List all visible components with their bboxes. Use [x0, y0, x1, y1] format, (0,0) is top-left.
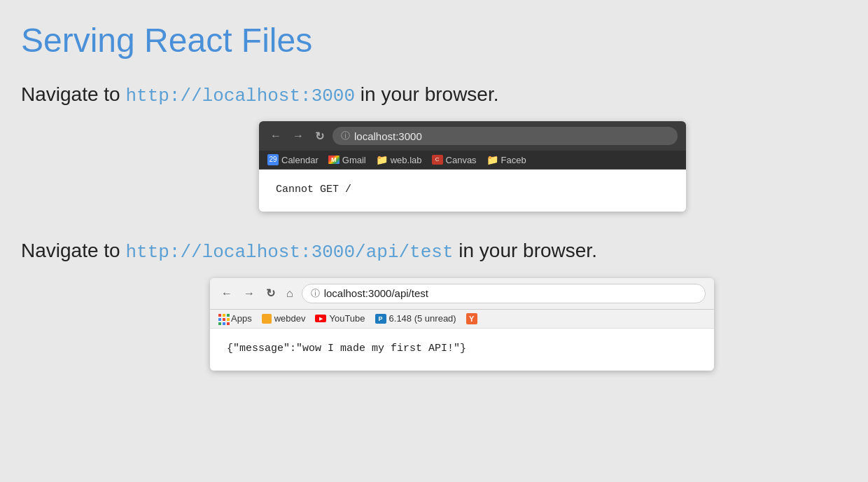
pocket-label: 6.148 (5 unread)	[389, 313, 456, 324]
info-icon-1: ⓘ	[341, 130, 350, 142]
browser-mockup-2: ← → ↻ ⌂ ⓘ localhost:3000/api/test Apps	[210, 278, 714, 371]
browser-toolbar-2: ← → ↻ ⌂ ⓘ localhost:3000/api/test	[210, 278, 714, 310]
bookmark-weblab[interactable]: 📁 web.lab	[376, 154, 422, 165]
url-bar-1[interactable]: ⓘ localhost:3000	[332, 127, 678, 145]
bookmark-weblab-label: web.lab	[391, 155, 422, 165]
url-bar-2[interactable]: ⓘ localhost:3000/api/test	[302, 284, 706, 303]
bookmark-pocket[interactable]: P 6.148 (5 unread)	[375, 313, 456, 324]
browser-content-2: {"message":"wow I made my first API!"}	[210, 329, 714, 371]
browser-toolbar-1: ← → ↻ ⓘ localhost:3000	[259, 121, 686, 151]
bookmark-calendar-label: Calendar	[281, 155, 318, 165]
home-button-2[interactable]: ⌂	[284, 286, 296, 301]
apps-icon	[218, 314, 228, 324]
forward-button-1[interactable]: →	[290, 128, 307, 144]
info-icon-2: ⓘ	[311, 287, 320, 300]
reload-button-2[interactable]: ↻	[263, 285, 278, 301]
webdev-icon	[262, 314, 272, 324]
youtube-label: YouTube	[329, 313, 365, 324]
section1-nav-before: Navigate to	[21, 83, 125, 105]
section2-nav-url: http://localhost:3000/api/test	[125, 242, 453, 263]
browser-content-text-2: {"message":"wow I made my first API!"}	[227, 343, 466, 354]
y-icon: Y	[466, 313, 477, 324]
section2-nav-before: Navigate to	[21, 240, 125, 261]
section1-nav-after: in your browser.	[355, 83, 498, 105]
reload-button-1[interactable]: ↻	[312, 128, 327, 144]
bookmark-gmail-label: Gmail	[342, 155, 366, 165]
section2-nav-text: Navigate to http://localhost:3000/api/te…	[21, 237, 847, 265]
webdev-label: webdev	[274, 313, 306, 324]
back-button-1[interactable]: ←	[267, 128, 284, 144]
folder-icon-1: 📁	[376, 154, 388, 165]
url-text-1: localhost:3000	[354, 130, 422, 142]
page-title: Serving React Files	[21, 21, 847, 60]
calendar-icon: 29	[267, 154, 279, 165]
bookmark-calendar[interactable]: 29 Calendar	[267, 154, 318, 165]
pocket-icon: P	[375, 314, 386, 324]
bookmark-facebook[interactable]: 📁 Faceb	[486, 154, 526, 165]
bookmark-gmail[interactable]: M Gmail	[328, 155, 366, 165]
bookmark-youtube[interactable]: ▶ YouTube	[315, 313, 365, 324]
folder-icon-2: 📁	[486, 154, 498, 165]
section1-nav-url: http://localhost:3000	[125, 85, 355, 106]
url-text-2: localhost:3000/api/test	[324, 287, 428, 299]
browser-content-text-1: Cannot GET /	[276, 184, 351, 195]
gmail-icon: M	[328, 156, 340, 164]
browser-content-1: Cannot GET /	[259, 170, 686, 212]
bookmark-webdev[interactable]: webdev	[262, 313, 306, 324]
bookmarks-bar-1: 29 Calendar M Gmail 📁 web.lab C Canvas 📁…	[259, 151, 686, 170]
back-button-2[interactable]: ←	[218, 286, 235, 301]
canvas-icon: C	[432, 155, 443, 165]
bookmarks-bar-2: Apps webdev ▶ YouTube P 6.148 (5 unread)…	[210, 310, 714, 329]
forward-button-2[interactable]: →	[241, 286, 258, 301]
bookmark-canvas-label: Canvas	[446, 155, 477, 165]
bookmark-canvas[interactable]: C Canvas	[432, 155, 477, 165]
bookmark-apps[interactable]: Apps	[218, 313, 252, 324]
bookmark-facebook-label: Faceb	[501, 155, 526, 165]
apps-label: Apps	[231, 313, 252, 324]
bookmark-y[interactable]: Y	[466, 313, 477, 324]
browser-mockup-1: ← → ↻ ⓘ localhost:3000 29 Calendar M Gma…	[259, 121, 686, 212]
youtube-icon: ▶	[315, 315, 326, 322]
section2-nav-after: in your browser.	[454, 240, 597, 261]
section1-nav-text: Navigate to http://localhost:3000 in you…	[21, 81, 847, 109]
